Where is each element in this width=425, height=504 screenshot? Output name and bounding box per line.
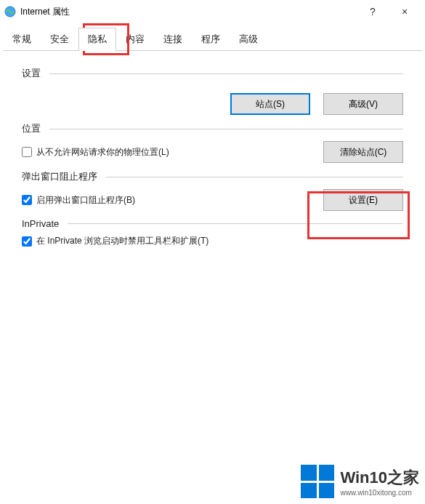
section-location-label: 位置 <box>22 122 41 135</box>
sites-button[interactable]: 站点(S) <box>230 93 310 115</box>
watermark: Win10之家 www.win10xitong.com <box>301 465 419 498</box>
divider <box>49 73 403 74</box>
popup-checkbox[interactable]: 启用弹出窗口阻止程序(B) <box>22 194 135 207</box>
tab-security[interactable]: 安全 <box>41 28 78 50</box>
location-checkbox[interactable]: 从不允许网站请求你的物理位置(L) <box>22 146 169 159</box>
settings-button-row: 站点(S) 高级(V) <box>22 93 403 115</box>
internet-icon <box>4 6 16 17</box>
divider <box>106 177 403 177</box>
help-button[interactable]: ? <box>357 0 389 23</box>
popup-settings-button[interactable]: 设置(E) <box>323 189 403 211</box>
window-title: Internet 属性 <box>20 6 357 18</box>
watermark-url: www.win10xitong.com <box>340 489 419 497</box>
tab-connections[interactable]: 连接 <box>154 28 192 50</box>
tab-advanced[interactable]: 高级 <box>230 28 267 50</box>
popup-checkbox-input[interactable] <box>22 195 32 205</box>
section-inprivate-title: InPrivate <box>22 218 403 229</box>
tab-general[interactable]: 常规 <box>3 28 41 50</box>
section-location-title: 位置 <box>22 122 403 135</box>
divider <box>49 129 403 129</box>
tab-content[interactable]: 内容 <box>116 28 154 50</box>
close-button[interactable]: × <box>389 0 421 23</box>
tab-privacy[interactable]: 隐私 <box>78 28 116 50</box>
inprivate-checkbox-input[interactable] <box>22 236 32 247</box>
watermark-text: Win10之家 www.win10xitong.com <box>340 467 419 497</box>
section-inprivate-label: InPrivate <box>22 218 59 229</box>
clear-sites-button[interactable]: 清除站点(C) <box>323 141 403 163</box>
inprivate-checkbox[interactable]: 在 InPrivate 浏览启动时禁用工具栏和扩展(T) <box>22 235 209 247</box>
advanced-button[interactable]: 高级(V) <box>323 93 403 115</box>
tab-content-area: 设置 站点(S) 高级(V) 位置 从不允许网站请求你的物理位置(L) 清除站点… <box>0 51 425 247</box>
section-settings-title: 设置 <box>22 67 403 80</box>
tab-programs[interactable]: 程序 <box>192 28 230 50</box>
tab-strip: 常规 安全 隐私 内容 连接 程序 高级 <box>3 28 422 51</box>
titlebar: Internet 属性 ? × <box>0 0 425 23</box>
watermark-title: Win10之家 <box>340 467 419 489</box>
windows-logo-icon <box>301 465 334 498</box>
section-popup-title: 弹出窗口阻止程序 <box>22 170 403 183</box>
section-settings-label: 设置 <box>22 67 41 80</box>
divider <box>68 223 403 224</box>
section-popup-label: 弹出窗口阻止程序 <box>22 170 97 183</box>
popup-checkbox-label: 启用弹出窗口阻止程序(B) <box>36 194 135 207</box>
location-checkbox-label: 从不允许网站请求你的物理位置(L) <box>36 146 169 159</box>
inprivate-checkbox-label: 在 InPrivate 浏览启动时禁用工具栏和扩展(T) <box>36 235 209 247</box>
location-checkbox-input[interactable] <box>22 147 32 157</box>
